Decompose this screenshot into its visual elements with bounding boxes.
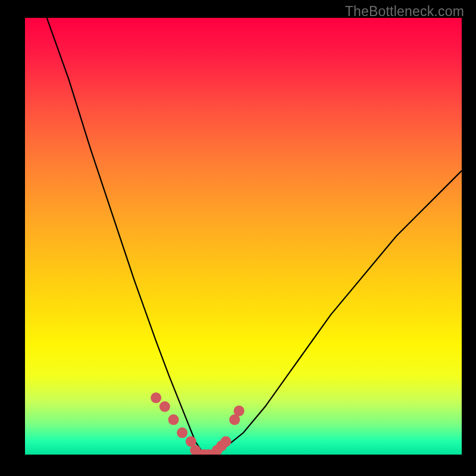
marker-dot — [234, 406, 245, 416]
marker-dot — [229, 414, 240, 425]
marker-dot — [159, 401, 170, 412]
marker-dot — [168, 414, 179, 425]
marker-dot — [212, 445, 223, 455]
marker-group — [151, 393, 245, 455]
marker-dot — [199, 449, 209, 455]
marker-dot — [221, 436, 231, 447]
marker-dot — [216, 440, 227, 451]
marker-dot — [190, 445, 201, 455]
plot-area — [25, 18, 462, 455]
curve-svg — [25, 18, 462, 455]
watermark-text: TheBottleneck.com — [345, 4, 464, 20]
chart-frame: TheBottleneck.com — [0, 0, 476, 476]
marker-dot — [203, 449, 214, 455]
marker-dot — [186, 436, 196, 447]
bottleneck-curve — [47, 18, 462, 455]
marker-dot — [208, 449, 218, 455]
marker-dot — [177, 427, 187, 438]
marker-dot — [195, 449, 205, 455]
marker-dot — [151, 393, 161, 403]
